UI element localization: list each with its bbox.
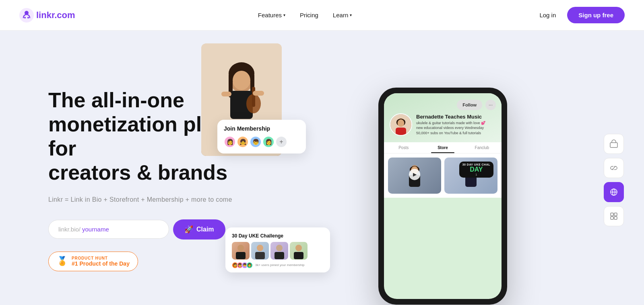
- svg-point-30: [276, 245, 283, 251]
- profile-header: Follow ···: [384, 93, 502, 142]
- profile-tabs: Posts Store Fanclub: [384, 142, 502, 154]
- challenge-sub-row: 👩 👧 👦 👩 3k+ users joined your membership: [232, 262, 324, 268]
- more-options-button[interactable]: ···: [485, 100, 496, 110]
- store-sidebar-icon[interactable]: [604, 134, 624, 154]
- url-prefix: linkr.bio/: [58, 226, 80, 233]
- post-card-2[interactable]: 30 DAY UKE CHAL DAY 1: [444, 158, 497, 194]
- posts-area: ▶: [384, 154, 502, 198]
- ph-label: PRODUCT HUNT: [72, 256, 130, 260]
- phone-mockup: Follow ···: [378, 88, 507, 305]
- tab-store[interactable]: Store: [423, 142, 462, 153]
- claim-button[interactable]: 🚀 Claim: [173, 219, 225, 239]
- svg-rect-27: [236, 252, 246, 259]
- side-icons: [604, 134, 624, 226]
- nav-pricing[interactable]: Pricing: [294, 8, 324, 22]
- nav-learn[interactable]: Learn ▾: [327, 8, 357, 22]
- phone-outer: Follow ···: [378, 88, 507, 305]
- challenge-thumbnails: [232, 242, 324, 260]
- post-card-1-image: ▶: [388, 158, 441, 194]
- challenge-card: 30 Day UKE Challenge 👩 👧: [225, 227, 330, 272]
- learn-chevron-icon: ▾: [350, 13, 352, 17]
- challenge-sub-avatars: 👩 👧 👦 👩: [232, 262, 253, 268]
- hero-section: The all-in-one monetization platform for…: [0, 31, 644, 305]
- grid-sidebar-icon[interactable]: [604, 206, 624, 226]
- member-avatar-3: 👦: [250, 136, 262, 148]
- member-avatar-4: 👩: [262, 136, 275, 148]
- profile-avatar-row: Bernadette Teaches Music ukulele & guita…: [390, 113, 496, 136]
- ph-text-block: PRODUCT HUNT #1 Product of the Day: [72, 256, 130, 267]
- logo-text: linkr.com: [36, 10, 75, 20]
- nav-right: Log in Sign up free: [535, 7, 625, 23]
- post-card-1[interactable]: ▶: [388, 158, 441, 194]
- hero-right-content: Join Membership 👩 👧 👦 👩 + Follow: [274, 55, 612, 305]
- tab-fanclub[interactable]: Fanclub: [462, 142, 502, 153]
- challenge-thumb-1: [232, 242, 250, 260]
- svg-point-32: [295, 245, 302, 251]
- tab-posts[interactable]: Posts: [384, 142, 423, 153]
- svg-rect-40: [611, 217, 613, 219]
- login-button[interactable]: Log in: [535, 8, 561, 22]
- rocket-emoji: 🚀: [184, 225, 193, 234]
- svg-rect-39: [614, 213, 617, 216]
- svg-point-0: [19, 8, 34, 23]
- profile-name: Bernadette Teaches Music: [416, 114, 496, 120]
- ph-title: #1 Product of the Day: [72, 260, 130, 267]
- hero-subtitle: Linkr = Link in Bio + Storefront + Membe…: [48, 196, 274, 203]
- member-add-icon[interactable]: +: [275, 136, 287, 148]
- challenge-sub-text: 3k+ users joined your membership: [255, 263, 305, 267]
- discover-sidebar-icon[interactable]: [604, 182, 624, 202]
- membership-avatars: 👩 👧 👦 👩 +: [224, 136, 299, 148]
- member-avatar-1: 👩: [224, 136, 236, 148]
- product-hunt-badge[interactable]: 🏅 PRODUCT HUNT #1 Product of the Day: [48, 252, 138, 271]
- membership-title: Join Membership: [224, 125, 299, 132]
- play-button[interactable]: ▶: [409, 169, 420, 180]
- signup-button[interactable]: Sign up free: [567, 7, 625, 23]
- membership-card: Join Membership 👩 👧 👦 👩 +: [217, 120, 306, 154]
- link-sidebar-icon[interactable]: [604, 158, 624, 178]
- challenge-thumb-2: [251, 242, 269, 260]
- profile-avatar: [390, 113, 412, 136]
- svg-point-3: [27, 17, 29, 18]
- profile-actions: Follow ···: [390, 100, 496, 110]
- day-badge: 30 DAY UKE CHAL DAY 1: [459, 162, 493, 178]
- medal-icon: 🏅: [57, 256, 68, 266]
- challenge-card-title: 30 Day UKE Challenge: [232, 233, 324, 239]
- profile-bio: ukulele & guitar tutorials made with lov…: [416, 121, 496, 136]
- username-input[interactable]: [82, 226, 147, 233]
- svg-point-9: [233, 71, 250, 90]
- svg-point-28: [257, 245, 263, 251]
- nav-features[interactable]: Features ▾: [252, 8, 291, 22]
- svg-rect-41: [614, 217, 617, 219]
- svg-rect-33: [294, 252, 303, 259]
- url-input-wrapper: linkr.bio/: [48, 220, 169, 239]
- follow-button[interactable]: Follow: [457, 100, 482, 110]
- phone-screen: Follow ···: [384, 93, 502, 299]
- svg-rect-38: [611, 213, 613, 216]
- svg-point-18: [398, 119, 405, 127]
- svg-point-26: [237, 245, 244, 251]
- svg-rect-13: [221, 92, 231, 96]
- svg-point-2: [24, 17, 26, 18]
- svg-rect-14: [253, 91, 264, 96]
- logo-link[interactable]: linkr.com: [19, 8, 75, 23]
- member-avatar-2: 👧: [237, 136, 249, 148]
- svg-rect-31: [275, 252, 284, 259]
- profile-info: Bernadette Teaches Music ukulele & guita…: [416, 114, 496, 136]
- challenge-sub-av-4: 👩: [246, 262, 253, 268]
- phone-inner: Follow ···: [384, 93, 502, 198]
- svg-rect-12: [252, 87, 255, 107]
- svg-rect-34: [610, 143, 617, 147]
- nav-links: Features ▾ Pricing Learn ▾: [252, 8, 357, 22]
- challenge-thumb-3: [270, 242, 288, 260]
- challenge-thumb-4: [290, 242, 308, 260]
- svg-rect-29: [255, 252, 265, 259]
- svg-rect-19: [396, 127, 406, 135]
- navbar: linkr.com Features ▾ Pricing Learn ▾ Log…: [0, 0, 644, 31]
- posts-grid: ▶: [388, 158, 497, 194]
- features-chevron-icon: ▾: [283, 13, 285, 17]
